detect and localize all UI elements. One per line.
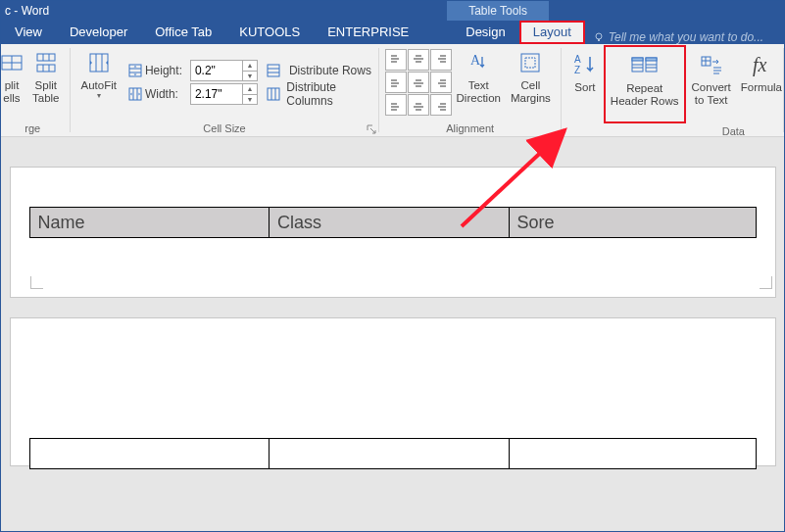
document-table[interactable]: Name Class Sore	[29, 207, 757, 238]
tell-me-placeholder: Tell me what you want to do...	[609, 30, 763, 44]
height-label: Height:	[145, 64, 190, 77]
height-spinner[interactable]: ▲ ▼	[190, 60, 258, 81]
split-cells-icon	[1, 48, 23, 77]
svg-point-0	[596, 33, 602, 39]
width-input[interactable]	[191, 87, 242, 101]
table-row[interactable]	[29, 439, 756, 469]
document-table-continued[interactable]	[29, 438, 757, 469]
svg-text:Z: Z	[574, 65, 580, 75]
height-icon	[125, 63, 145, 78]
width-down-button[interactable]: ▼	[243, 95, 257, 105]
svg-rect-6	[37, 65, 55, 72]
distribute-columns-button[interactable]: Distribute Columns	[266, 83, 373, 105]
group-alignment-label: Alignment	[446, 121, 494, 136]
ribbon: plit ells Split Table rge AutoFit	[1, 44, 784, 137]
sort-button[interactable]: AZ Sort	[567, 46, 603, 122]
page-2	[10, 317, 776, 466]
align-top-center-button[interactable]	[408, 49, 429, 71]
tab-design[interactable]: Design	[452, 21, 518, 44]
autofit-button[interactable]: AutoFit ▾	[76, 44, 122, 121]
split-cells-label: plit ells	[3, 79, 20, 105]
split-cells-button[interactable]: plit ells	[1, 44, 27, 121]
split-table-button[interactable]: Split Table	[27, 44, 65, 121]
formula-label: Formula	[741, 81, 782, 94]
table-header-name[interactable]: Name	[29, 208, 270, 238]
repeat-header-rows-label: Repeat Header Rows	[611, 82, 679, 108]
autofit-icon	[87, 48, 111, 77]
align-center-left-button[interactable]	[385, 72, 407, 93]
align-top-left-button[interactable]	[385, 49, 407, 71]
tab-developer[interactable]: Developer	[56, 21, 141, 44]
alignment-grid	[385, 49, 452, 116]
cell-margins-icon	[518, 48, 542, 77]
tab-view[interactable]: View	[1, 21, 56, 44]
align-top-right-button[interactable]	[430, 49, 452, 71]
height-up-button[interactable]: ▲	[243, 61, 257, 72]
height-input[interactable]	[191, 64, 242, 77]
cell-margins-label: Cell Margins	[511, 79, 551, 105]
svg-rect-63	[646, 58, 657, 61]
ribbon-tabstrip: View Developer Office Tab KUTOOLS ENTERP…	[1, 21, 784, 44]
group-cell-size: AutoFit ▾ Height: ▲ ▼	[71, 44, 379, 136]
svg-rect-54	[521, 54, 539, 72]
svg-rect-59	[632, 58, 643, 61]
height-down-button[interactable]: ▼	[243, 72, 257, 81]
cell-margins-button[interactable]: Cell Margins	[506, 44, 556, 121]
width-row: Width: ▲ ▼	[125, 83, 258, 105]
width-spinner[interactable]: ▲ ▼	[190, 83, 258, 105]
align-bottom-left-button[interactable]	[385, 94, 407, 116]
align-bottom-right-button[interactable]	[430, 94, 452, 116]
tab-layout[interactable]: Layout	[519, 21, 585, 44]
cell-size-dialog-launcher[interactable]	[367, 124, 376, 134]
tab-office-tab[interactable]: Office Tab	[141, 21, 225, 44]
svg-rect-5	[37, 54, 55, 61]
page-1: Name Class Sore	[10, 167, 776, 298]
table-tools-context-tab: Table Tools	[447, 1, 549, 21]
group-merge: plit ells Split Table rge	[1, 44, 71, 136]
repeat-header-rows-button[interactable]: Repeat Header Rows	[604, 45, 686, 123]
width-up-button[interactable]: ▲	[243, 84, 257, 95]
svg-rect-1	[598, 39, 600, 41]
cell-size-controls: Height: ▲ ▼ Width:	[125, 60, 258, 105]
convert-to-text-icon	[700, 50, 723, 79]
table-header-class[interactable]: Class	[270, 208, 510, 238]
svg-text:A: A	[574, 54, 581, 65]
align-center-right-button[interactable]	[430, 72, 452, 93]
text-direction-icon: A	[466, 48, 490, 77]
tab-enterprise[interactable]: ENTERPRISE	[314, 21, 422, 44]
formula-button[interactable]: fx Formula	[736, 46, 784, 122]
table-header-sore[interactable]: Sore	[509, 208, 756, 238]
formula-icon: fx	[750, 50, 773, 79]
autofit-dropdown-icon: ▾	[97, 91, 101, 100]
distribute-columns-label: Distribute Columns	[286, 80, 372, 108]
tell-me-search[interactable]: Tell me what you want to do...	[585, 30, 771, 44]
title-bar: c - Word Table Tools	[1, 1, 784, 21]
text-direction-button[interactable]: A Text Direction	[452, 44, 506, 121]
distribute-rows-label: Distribute Rows	[289, 64, 371, 77]
svg-text:fx: fx	[753, 54, 767, 76]
width-label: Width:	[145, 87, 190, 101]
word-window: c - Word Table Tools View Developer Offi…	[0, 0, 785, 532]
svg-rect-23	[268, 88, 279, 100]
svg-rect-20	[268, 65, 279, 76]
align-center-center-button[interactable]	[408, 72, 429, 93]
tab-kutools[interactable]: KUTOOLS	[225, 21, 314, 44]
group-data: AZ Sort Repeat Header Rows Convert to Te…	[562, 44, 784, 136]
group-data-label: Data	[722, 123, 745, 139]
distribute-rows-button[interactable]: Distribute Rows	[266, 60, 373, 81]
repeat-header-rows-icon	[631, 51, 659, 80]
split-table-icon	[35, 48, 57, 77]
distribute-columns-icon	[266, 86, 282, 102]
table-header-row[interactable]: Name Class Sore	[29, 208, 756, 238]
distribute-controls: Distribute Rows Distribute Columns	[266, 60, 373, 105]
convert-to-text-label: Convert to Text	[692, 81, 731, 107]
sort-label: Sort	[574, 81, 595, 94]
width-icon	[125, 86, 145, 102]
svg-rect-11	[90, 54, 108, 72]
crop-mark-icon	[760, 276, 772, 289]
align-bottom-center-button[interactable]	[408, 94, 429, 116]
svg-text:A: A	[470, 53, 481, 68]
group-merge-label: rge	[25, 121, 40, 136]
document-area[interactable]: Name Class Sore	[1, 137, 784, 532]
convert-to-text-button[interactable]: Convert to Text	[687, 46, 736, 122]
